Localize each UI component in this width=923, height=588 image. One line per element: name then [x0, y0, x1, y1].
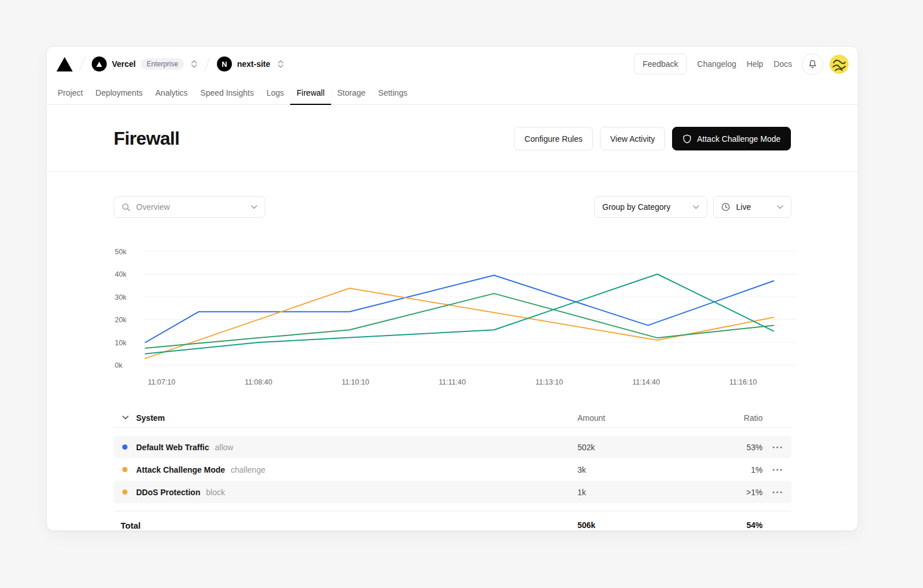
- topbar-right: Feedback ChangelogHelpDocs: [634, 54, 849, 75]
- dashboard-card: Vercel Enterprise N next-site Feedback C…: [46, 46, 858, 531]
- amount-header: Amount: [577, 413, 689, 423]
- nav-link-docs[interactable]: Docs: [774, 59, 792, 69]
- total-divider: [114, 511, 791, 511]
- y-tick-label: 30k: [115, 293, 127, 301]
- y-tick-label: 20k: [115, 316, 127, 324]
- rules-rows: Default Web Trafficallow502k53%Attack Ch…: [114, 436, 791, 503]
- rule-color-dot: [122, 489, 127, 495]
- row-menu-button[interactable]: [771, 489, 783, 496]
- attack-button-label: Attack Challenge Mode: [697, 134, 781, 144]
- project-tabs: ProjectDeploymentsAnalyticsSpeed Insight…: [47, 81, 858, 105]
- x-tick-label: 11:11:40: [439, 378, 466, 386]
- tab-project[interactable]: Project: [51, 81, 89, 105]
- rule-amount: 1k: [577, 488, 689, 497]
- bell-icon: [808, 59, 817, 69]
- feedback-button[interactable]: Feedback: [634, 54, 686, 74]
- tab-speed-insights[interactable]: Speed Insights: [194, 81, 260, 105]
- rule-ratio: 53%: [689, 443, 763, 452]
- chevron-up-down-icon: [190, 59, 198, 69]
- team-switcher[interactable]: Vercel Enterprise: [92, 56, 198, 71]
- breadcrumb-slash: [204, 57, 211, 71]
- project-switcher[interactable]: N next-site: [217, 56, 284, 71]
- view-activity-button[interactable]: View Activity: [600, 127, 666, 150]
- breadcrumb-slash: [79, 57, 85, 71]
- x-tick-label: 11:07:10: [148, 378, 175, 386]
- total-row: Total 506k 54%: [114, 515, 791, 531]
- row-menu-button[interactable]: [771, 444, 783, 451]
- plan-badge: Enterprise: [141, 58, 184, 70]
- rule-ratio: 1%: [689, 465, 763, 474]
- traffic-chart-svg[interactable]: 50k40k30k20k10k0k11:07:1011:08:4011:10:1…: [114, 240, 797, 389]
- y-tick-label: 50k: [115, 248, 127, 256]
- rule-ratio: >1%: [689, 488, 763, 497]
- topbar-links: ChangelogHelpDocs: [687, 59, 792, 69]
- chevron-down-icon: [251, 205, 257, 209]
- nav-link-help[interactable]: Help: [746, 59, 763, 69]
- nav-link-changelog[interactable]: Changelog: [697, 59, 737, 69]
- total-ratio: 54%: [689, 521, 763, 530]
- table-row[interactable]: DDoS Protectionblock1k>1%: [114, 481, 791, 503]
- traffic-chart: 50k40k30k20k10k0k11:07:1011:08:4011:10:1…: [114, 240, 791, 389]
- controls-right: Group by Category Live: [594, 196, 791, 218]
- controls-row: Overview Group by Category Live: [114, 196, 791, 218]
- notifications-button[interactable]: [802, 54, 823, 75]
- clock-icon: [721, 202, 730, 212]
- rules-table-header: System Amount Ratio: [114, 408, 791, 428]
- ellipsis-icon: [772, 446, 782, 448]
- tab-firewall[interactable]: Firewall: [290, 81, 331, 105]
- team-name: Vercel: [112, 59, 136, 69]
- x-tick-label: 11:16:10: [729, 378, 757, 386]
- rule-name: Default Web Traffic: [136, 443, 209, 452]
- tab-logs[interactable]: Logs: [260, 81, 290, 105]
- chevron-down-icon: [777, 205, 783, 209]
- page-head: Firewall Configure Rules View Activity A…: [47, 105, 858, 171]
- user-avatar[interactable]: [830, 55, 849, 74]
- team-avatar: [92, 56, 107, 71]
- tab-analytics[interactable]: Analytics: [149, 81, 194, 105]
- group-collapse-chevron-icon[interactable]: [122, 416, 129, 420]
- firewall-content: Overview Group by Category Live: [47, 172, 858, 531]
- group-label: System: [136, 413, 165, 423]
- attack-challenge-mode-button[interactable]: Attack Challenge Mode: [672, 127, 791, 150]
- ellipsis-icon: [772, 469, 782, 471]
- ellipsis-icon: [772, 491, 782, 493]
- project-name: next-site: [237, 59, 271, 69]
- rule-action: allow: [215, 443, 234, 452]
- chevron-down-icon: [693, 205, 699, 209]
- group-by-value: Group by Category: [602, 202, 670, 212]
- chart-line-s2-amber: [145, 288, 774, 359]
- table-row[interactable]: Default Web Trafficallow502k53%: [114, 436, 791, 458]
- rule-amount: 3k: [577, 465, 689, 474]
- chevron-up-down-icon: [277, 59, 284, 69]
- tab-storage[interactable]: Storage: [331, 81, 372, 105]
- overview-select[interactable]: Overview: [114, 196, 265, 218]
- tab-deployments[interactable]: Deployments: [89, 81, 149, 105]
- rule-name: Attack Challenge Mode: [136, 465, 225, 474]
- y-tick-label: 0k: [115, 361, 123, 370]
- project-avatar: N: [217, 56, 232, 71]
- time-range-value: Live: [736, 202, 751, 212]
- group-by-select[interactable]: Group by Category: [594, 196, 707, 218]
- chart-line-s3-green: [145, 293, 774, 348]
- rule-action: block: [206, 488, 225, 497]
- x-tick-label: 11:13:10: [535, 378, 563, 386]
- vercel-logo-icon[interactable]: [57, 57, 73, 71]
- time-range-select[interactable]: Live: [713, 196, 791, 218]
- tab-settings[interactable]: Settings: [372, 81, 414, 105]
- ratio-header: Ratio: [689, 413, 763, 423]
- table-row[interactable]: Attack Challenge Modechallenge3k1%: [114, 458, 791, 481]
- configure-rules-button[interactable]: Configure Rules: [514, 127, 592, 150]
- overview-select-value: Overview: [136, 202, 170, 212]
- row-menu-button[interactable]: [771, 466, 783, 473]
- total-amount: 506k: [577, 521, 689, 530]
- search-icon: [122, 203, 130, 212]
- y-tick-label: 10k: [115, 339, 127, 347]
- topbar: Vercel Enterprise N next-site Feedback C…: [47, 47, 858, 81]
- x-tick-label: 11:10:10: [342, 378, 369, 386]
- rules-table: System Amount Ratio Default Web Traffica…: [114, 408, 791, 531]
- rule-amount: 502k: [577, 443, 689, 452]
- shield-icon: [682, 134, 692, 144]
- page-title: Firewall: [114, 128, 179, 149]
- rule-action: challenge: [231, 465, 265, 474]
- rule-color-dot: [122, 467, 127, 472]
